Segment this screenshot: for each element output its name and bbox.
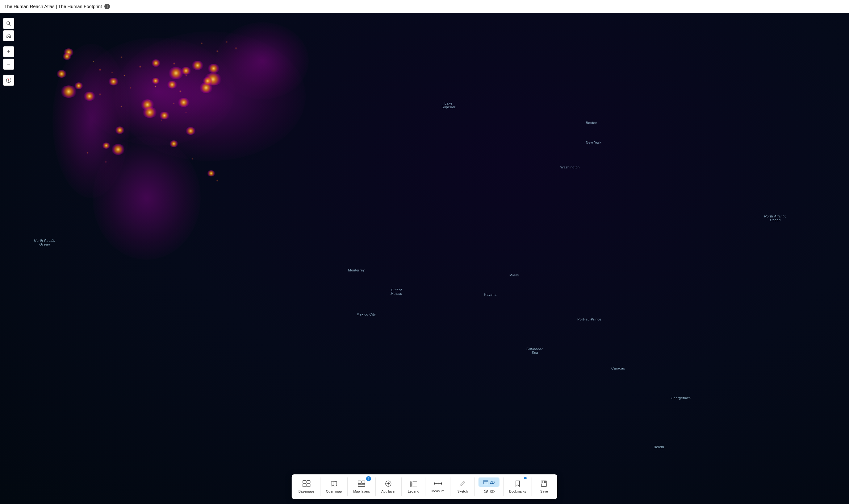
- svg-marker-4: [8, 80, 9, 82]
- svg-line-1: [9, 24, 11, 25]
- map-container[interactable]: North PacificOcean North AtlanticOcean L…: [0, 13, 436, 259]
- info-icon[interactable]: i: [104, 4, 110, 9]
- left-toolbar: + −: [3, 18, 14, 86]
- header-title: The Human Reach Atlas | The Human Footpr…: [4, 4, 102, 9]
- compass-button[interactable]: [3, 75, 14, 86]
- home-button[interactable]: [3, 30, 14, 41]
- svg-marker-3: [8, 78, 9, 80]
- search-button[interactable]: [3, 18, 14, 29]
- zoom-out-button[interactable]: −: [3, 59, 14, 70]
- app-header: The Human Reach Atlas | The Human Footpr…: [0, 0, 436, 13]
- zoom-in-button[interactable]: +: [3, 46, 14, 57]
- svg-point-5: [8, 80, 9, 81]
- map-background: [0, 13, 436, 259]
